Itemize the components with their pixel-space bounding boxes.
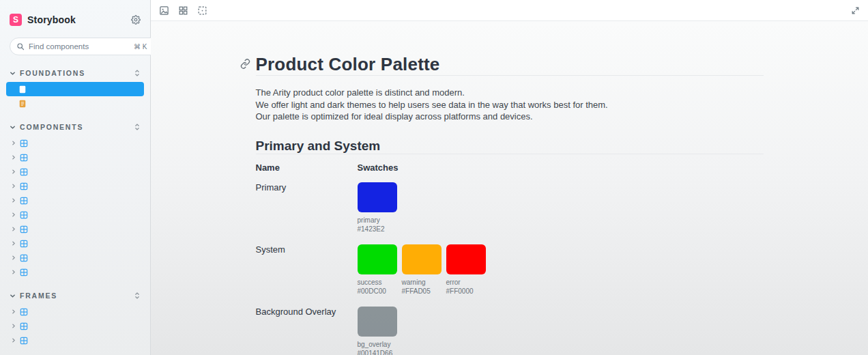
- sidebar-item-tooltip[interactable]: [6, 236, 144, 251]
- sidebar-item-colors[interactable]: [6, 82, 144, 96]
- swatch-chip: [446, 244, 486, 274]
- doc-page-icon: [18, 85, 27, 94]
- main-toolbar: [151, 0, 868, 21]
- section-header-frames[interactable]: FRAMES: [0, 289, 150, 302]
- swatch-label: primary: [358, 216, 397, 224]
- chevron-right-icon[interactable]: [10, 255, 18, 261]
- palette-row-name: Primary: [256, 182, 358, 233]
- swatch-hex: #FF0000: [446, 287, 486, 295]
- sidebar-header: S Storybook: [0, 12, 150, 27]
- swatch-hex: #FFAD05: [402, 287, 442, 295]
- chevron-right-icon[interactable]: [10, 169, 18, 175]
- doc-intro: The Arity product color palette is disti…: [256, 87, 764, 123]
- section-header-components[interactable]: COMPONENTS: [0, 120, 150, 134]
- chevron-right-icon[interactable]: [10, 323, 18, 329]
- docs-canvas: Product Color Palette The Arity product …: [151, 21, 868, 355]
- swatch: bg_overlay #00141D66: [358, 307, 397, 355]
- component-icon: [20, 240, 28, 248]
- palette-row: Primary primary #1423E2: [256, 182, 764, 233]
- chevron-right-icon[interactable]: [10, 212, 18, 218]
- component-icon: [20, 154, 28, 162]
- storybook-logo-icon: S: [10, 14, 22, 26]
- doc-paragraph: The Arity product color palette is disti…: [256, 87, 764, 99]
- chevron-down-icon: [10, 293, 16, 299]
- swatch: warning #FFAD05: [402, 244, 442, 295]
- swatch-hex: #00141D66: [358, 350, 397, 355]
- chevron-right-icon[interactable]: [10, 226, 18, 232]
- page-title: Product Color Palette: [256, 54, 440, 75]
- palette-row-swatches: primary #1423E2: [358, 182, 397, 233]
- sidebar-item-messagebanner[interactable]: [6, 333, 144, 347]
- fullscreen-icon[interactable]: [851, 6, 860, 15]
- component-icon: [20, 254, 28, 262]
- expand-collapse-icon[interactable]: [134, 69, 141, 77]
- sidebar-section-foundations: FOUNDATIONS: [0, 66, 150, 111]
- sidebar-item-menuitem[interactable]: [6, 179, 144, 193]
- image-tool-icon[interactable]: [159, 5, 169, 16]
- component-icon: [20, 268, 28, 276]
- palette-table: Name Swatches Primary primary #1423E2 Sy…: [256, 162, 764, 355]
- doc-paragraph: We offer light and dark themes to help u…: [256, 99, 764, 111]
- swatch-label: error: [446, 279, 486, 286]
- expand-collapse-icon[interactable]: [134, 123, 141, 131]
- component-icon: [20, 139, 28, 147]
- title-divider: [256, 75, 764, 76]
- swatch-chip: [358, 307, 397, 337]
- grid-view-icon[interactable]: [178, 5, 188, 16]
- chevron-right-icon[interactable]: [10, 140, 18, 146]
- doc-paragraph: Our palette is optimized for ideal displ…: [256, 111, 764, 123]
- swatch-hex: #1423E2: [358, 225, 397, 233]
- swatch-chip: [402, 244, 442, 274]
- palette-row: Background Overlay bg_overlay #00141D66: [256, 307, 764, 355]
- section-label: COMPONENTS: [20, 123, 83, 131]
- column-header-swatches: Swatches: [358, 162, 399, 173]
- component-icon: [20, 322, 28, 330]
- chevron-right-icon[interactable]: [10, 337, 18, 343]
- sidebar-item-checkbox[interactable]: [6, 150, 144, 165]
- palette-row-name: Background Overlay: [256, 307, 358, 355]
- sidebar-item-typography[interactable]: [6, 96, 144, 111]
- swatch-label: warning: [402, 279, 442, 286]
- section-label: FRAMES: [20, 292, 57, 300]
- chevron-right-icon[interactable]: [10, 269, 18, 275]
- sidebar-item-dialog[interactable]: [6, 304, 144, 319]
- search-icon: [16, 42, 25, 51]
- measure-tool-icon[interactable]: [197, 5, 207, 16]
- chevron-right-icon[interactable]: [10, 309, 18, 315]
- palette-row-name: System: [256, 244, 358, 295]
- chevron-right-icon[interactable]: [10, 154, 18, 160]
- component-icon: [20, 182, 28, 190]
- sidebar: S Storybook ⌘ K: [0, 0, 151, 355]
- swatch-chip: [358, 244, 397, 274]
- swatch-label: bg_overlay: [358, 341, 397, 348]
- sidebar-item-formlabel[interactable]: [6, 165, 144, 179]
- chevron-right-icon[interactable]: [10, 183, 18, 189]
- chevron-down-icon: [10, 70, 16, 76]
- gear-icon[interactable]: [131, 15, 141, 25]
- sidebar-item-uploadfilezone[interactable]: [6, 265, 144, 279]
- search-input[interactable]: [29, 42, 134, 51]
- expand-collapse-icon[interactable]: [134, 292, 141, 300]
- sidebar-item-footer[interactable]: [6, 319, 144, 333]
- sidebar-item-uploadfiledialog[interactable]: [6, 251, 144, 265]
- chevron-right-icon[interactable]: [10, 197, 18, 203]
- link-anchor-icon[interactable]: [240, 59, 250, 69]
- sidebar-item-radio[interactable]: [6, 193, 144, 208]
- column-header-name: Name: [256, 162, 358, 173]
- chevron-right-icon[interactable]: [10, 240, 18, 246]
- component-icon: [20, 308, 28, 316]
- component-icon: [20, 168, 28, 176]
- swatch-hex: #00DC00: [358, 287, 397, 295]
- sidebar-search-row: ⌘ K: [0, 38, 150, 55]
- swatch-label: success: [358, 279, 397, 286]
- palette-row: System success #00DC00 warning #FFAD05 e…: [256, 244, 764, 295]
- swatch: error #FF0000: [446, 244, 486, 295]
- sidebar-item-button[interactable]: [6, 136, 144, 150]
- section-header-foundations[interactable]: FOUNDATIONS: [0, 66, 150, 80]
- sidebar-item-textfield[interactable]: [6, 222, 144, 236]
- swatch-chip: [358, 182, 397, 212]
- swatch: primary #1423E2: [358, 182, 397, 233]
- sidebar-item-switch[interactable]: [6, 208, 144, 222]
- search-box[interactable]: ⌘ K: [10, 38, 167, 55]
- swatch: success #00DC00: [358, 244, 397, 295]
